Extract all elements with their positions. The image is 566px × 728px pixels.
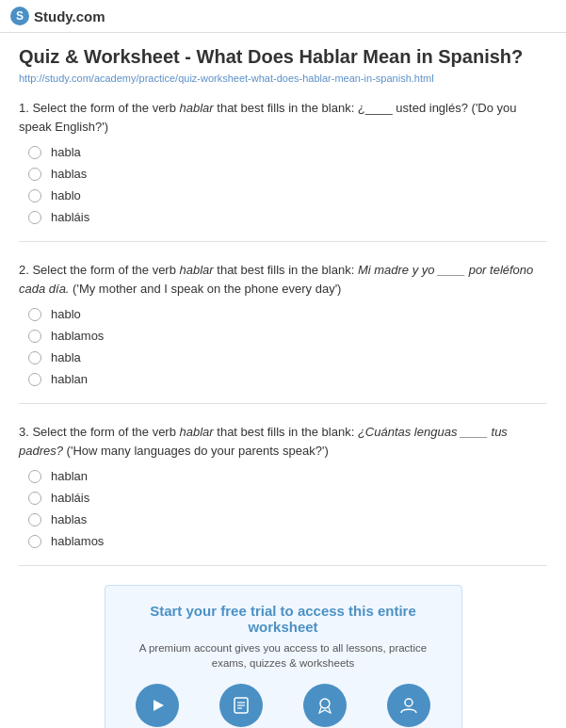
q3-option-1[interactable]: hablan [28,469,547,483]
promo-subtitle: A premium account gives you access to al… [124,640,443,671]
q1-options: habla hablas hablo habláis [19,145,547,224]
instructor-icon [387,684,430,727]
q1-option-2-label: hablas [51,167,87,181]
q3-text-mid: that best fills in the blank: [214,425,358,439]
q3-translation: ('How many languages do your parents spe… [63,444,329,458]
page-title: Quiz & Worksheet - What Does Hablar Mean… [19,44,547,69]
svg-marker-2 [154,700,164,711]
question-2-text: 2. Select the form of the verb hablar th… [19,261,547,298]
q2-radio-4[interactable] [28,373,41,386]
q3-text-before: 3. Select the form of the verb [19,425,180,439]
q3-radio-2[interactable] [28,492,41,505]
q2-radio-3[interactable] [28,351,41,364]
q1-option-4-label: habláis [51,210,89,224]
q2-option-3[interactable]: habla [28,350,547,364]
quiz-icon [219,684,263,727]
q1-option-2[interactable]: hablas [28,167,547,181]
q3-radio-4[interactable] [28,535,41,548]
q3-option-2-label: habláis [51,491,89,505]
q1-radio-4[interactable] [28,211,41,224]
q1-option-1[interactable]: habla [28,145,547,159]
promo-icon-cert: Certificate of completion [292,684,359,728]
q2-translation: ('My mother and I speak on the phone eve… [70,282,342,296]
question-1: 1. Select the form of the verb hablar th… [19,99,547,242]
cert-icon [303,684,347,727]
site-header: S Study.com [0,0,566,33]
logo-text: Study.com [34,8,105,24]
svg-point-7 [320,699,330,708]
q2-radio-2[interactable] [28,330,41,343]
main-content: Quiz & Worksheet - What Does Hablar Mean… [0,33,566,728]
q2-options: hablo hablamos habla hablan [19,307,547,386]
q1-radio-1[interactable] [28,146,41,159]
q3-options: hablan habláis hablas hablamos [19,469,547,548]
question-2: 2. Select the form of the verb hablar th… [19,261,547,404]
q1-radio-2[interactable] [28,168,41,181]
q2-text-before: 2. Select the form of the verb [19,263,180,277]
q1-radio-3[interactable] [28,189,41,202]
q2-option-3-label: habla [51,350,81,364]
q3-option-4-label: hablamos [51,534,104,548]
question-1-text: 1. Select the form of the verb hablar th… [19,99,547,136]
svg-text:S: S [16,9,24,23]
q2-text-mid: that best fills in the blank: [214,263,358,277]
q2-option-4-label: hablan [51,372,88,386]
q2-option-1-label: hablo [51,307,81,321]
q3-option-4[interactable]: hablamos [28,534,547,548]
q3-option-3[interactable]: hablas [28,512,547,526]
promo-icon-instructor: Access to instructors [376,684,443,728]
q2-option-2-label: hablamos [51,329,104,343]
q1-option-3[interactable]: hablo [28,188,547,202]
q1-text-before: 1. Select the form of the verb [19,101,180,115]
page-url[interactable]: http://study.com/academy/practice/quiz-w… [19,73,547,84]
q1-option-3-label: hablo [51,188,81,202]
q3-option-1-label: hablan [51,469,88,483]
promo-icon-video: Access to all video lessons [124,684,191,728]
video-icon [136,684,179,727]
q3-option-3-label: hablas [51,512,87,526]
q3-verb: hablar [180,425,214,439]
q1-verb: hablar [180,101,214,115]
svg-point-8 [405,699,412,706]
q3-option-2[interactable]: habláis [28,491,547,505]
q2-radio-1[interactable] [28,308,41,321]
q2-verb: hablar [180,263,214,277]
q2-option-4[interactable]: hablan [28,372,547,386]
site-logo[interactable]: S Study.com [9,6,105,26]
logo-icon: S [9,6,30,26]
q2-option-2[interactable]: hablamos [28,329,547,343]
promo-box: Start your free trial to access this ent… [105,585,462,728]
promo-icon-quiz: Quizzes, practice exams & worksheets [208,684,275,728]
q1-option-1-label: habla [51,145,81,159]
q3-radio-1[interactable] [28,470,41,483]
q1-option-4[interactable]: habláis [28,210,547,224]
question-3: 3. Select the form of the verb hablar th… [19,423,547,566]
promo-title: Start your free trial to access this ent… [124,603,443,635]
q2-option-1[interactable]: hablo [28,307,547,321]
promo-icons: Access to all video lessons Quizzes, pra… [124,684,443,728]
question-3-text: 3. Select the form of the verb hablar th… [19,423,547,460]
q3-radio-3[interactable] [28,513,41,526]
